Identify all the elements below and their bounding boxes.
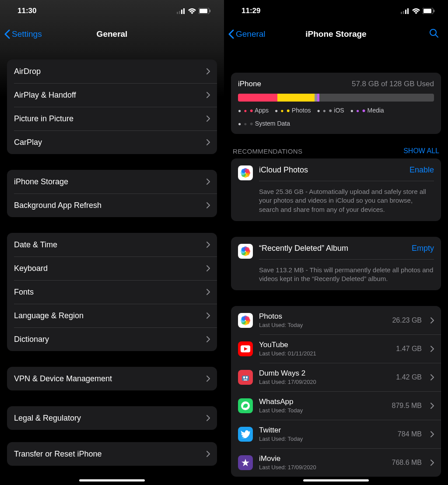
show-all-button[interactable]: SHOW ALL — [403, 147, 439, 155]
app-icon — [238, 313, 253, 328]
settings-row-language-region[interactable]: Language & Region — [7, 304, 217, 327]
settings-row-transfer-or-reset-iphone[interactable]: Transfer or Reset iPhone — [7, 442, 217, 466]
storage-content: iPhone 57.8 GB of 128 GB Used ● Apps● Ph… — [224, 46, 448, 477]
app-row-dumb-ways-2[interactable]: Dumb Ways 2 Last Used: 17/09/2020 1.42 G… — [231, 363, 441, 391]
back-label: General — [236, 29, 266, 39]
app-row-twitter[interactable]: Twitter Last Used: Today 784 MB — [231, 420, 441, 448]
recommendation-action-button[interactable]: Enable — [410, 165, 434, 175]
home-indicator[interactable] — [79, 479, 145, 481]
app-name: Twitter — [259, 426, 392, 435]
recommendation-description: Save 25.36 GB - Automatically upload and… — [259, 181, 434, 214]
svg-rect-0 — [177, 12, 178, 14]
app-size: 1.42 GB — [396, 373, 422, 381]
app-size: 26.23 GB — [392, 316, 422, 324]
recommendation-card[interactable]: “Recently Deleted” Album Empty Save 113.… — [231, 237, 441, 291]
app-row-photos[interactable]: Photos Last Used: Today 26.23 GB — [231, 306, 441, 334]
settings-row-airdrop[interactable]: AirDrop — [7, 60, 217, 83]
recommendation-action-button[interactable]: Empty — [412, 244, 434, 253]
recommendation-card[interactable]: iCloud Photos Enable Save 25.36 GB - Aut… — [231, 158, 441, 221]
app-last-used: Last Used: 17/09/2020 — [259, 379, 390, 385]
recommendation-title: “Recently Deleted” Album — [259, 244, 348, 253]
wifi-icon — [188, 8, 196, 14]
row-label: AirPlay & Handoff — [14, 91, 206, 100]
svg-rect-9 — [405, 10, 406, 14]
settings-row-vpn-device-management[interactable]: VPN & Device Management — [7, 367, 217, 390]
settings-row-dictionary[interactable]: Dictionary — [7, 327, 217, 351]
svg-point-31 — [245, 247, 249, 252]
chevron-right-icon — [430, 431, 434, 437]
iphone-storage-screen: 11:29 General iPhone Storage iPhone 57.8… — [224, 0, 448, 485]
svg-rect-46 — [244, 380, 247, 380]
chevron-right-icon — [430, 374, 434, 380]
row-label: Dictionary — [14, 335, 206, 344]
app-size: 1.47 GB — [396, 345, 422, 353]
storage-legend: ● Apps● Photos● iOS● Media● System Data — [238, 107, 434, 127]
recommendations-header: RECOMMENDATIONS SHOW ALL — [231, 147, 441, 158]
chevron-right-icon — [206, 265, 210, 271]
svg-rect-12 — [424, 9, 431, 13]
app-size: 879.5 MB — [392, 402, 422, 410]
battery-icon — [423, 8, 435, 14]
svg-rect-8 — [403, 11, 404, 14]
settings-row-iphone-storage[interactable]: iPhone Storage — [7, 170, 217, 193]
app-size: 784 MB — [398, 430, 422, 438]
back-label: Settings — [12, 29, 42, 39]
chevron-right-icon — [430, 403, 434, 409]
settings-row-legal-regulatory[interactable]: Legal & Regulatory — [7, 406, 217, 430]
app-last-used: Last Used: Today — [259, 436, 392, 442]
chevron-right-icon — [206, 289, 210, 295]
chevron-right-icon — [206, 415, 210, 421]
app-size: 768.6 MB — [392, 459, 422, 467]
row-label: VPN & Device Management — [14, 374, 206, 383]
legend-apps: ● Apps — [238, 107, 269, 114]
svg-point-23 — [245, 169, 249, 173]
row-label: Background App Refresh — [14, 201, 206, 210]
svg-point-39 — [245, 316, 249, 321]
app-icon — [238, 427, 253, 442]
settings-row-keyboard[interactable]: Keyboard — [7, 257, 217, 280]
storage-used-text: 57.8 GB of 128 GB Used — [352, 80, 434, 88]
chevron-right-icon — [206, 68, 210, 74]
chevron-left-icon — [228, 29, 234, 39]
storage-summary-card: iPhone 57.8 GB of 128 GB Used ● Apps● Ph… — [231, 73, 441, 134]
settings-row-carplay[interactable]: CarPlay — [7, 130, 217, 154]
svg-rect-10 — [407, 8, 409, 14]
search-button[interactable] — [429, 28, 439, 40]
legend-system-data: ● System Data — [238, 120, 290, 127]
settings-group: Date & TimeKeyboardFontsLanguage & Regio… — [7, 233, 217, 351]
back-button[interactable]: Settings — [4, 29, 42, 39]
settings-row-background-app-refresh[interactable]: Background App Refresh — [7, 193, 217, 217]
row-label: Transfer or Reset iPhone — [14, 450, 206, 459]
svg-rect-13 — [434, 10, 434, 12]
cellular-icon — [401, 8, 410, 14]
device-name: iPhone — [238, 80, 261, 88]
app-row-youtube[interactable]: YouTube Last Used: 01/11/2021 1.47 GB — [231, 334, 441, 363]
settings-row-date-time[interactable]: Date & Time — [7, 233, 217, 257]
row-label: iPhone Storage — [14, 177, 206, 186]
svg-rect-1 — [179, 11, 180, 14]
settings-row-fonts[interactable]: Fonts — [7, 280, 217, 304]
app-last-used: Last Used: 01/11/2021 — [259, 350, 390, 357]
svg-rect-3 — [183, 8, 185, 14]
chevron-right-icon — [206, 116, 210, 122]
settings-row-airplay-handoff[interactable]: AirPlay & Handoff — [7, 83, 217, 107]
status-icons — [401, 8, 435, 14]
svg-line-15 — [435, 35, 438, 37]
chevron-right-icon — [430, 460, 434, 466]
app-name: Dumb Ways 2 — [259, 369, 390, 378]
settings-group: Transfer or Reset iPhone — [7, 442, 217, 466]
chevron-right-icon — [206, 92, 210, 98]
app-icon — [238, 398, 253, 413]
app-last-used: Last Used: Today — [259, 407, 386, 414]
home-indicator[interactable] — [303, 479, 369, 481]
app-row-imovie[interactable]: ★ iMovie Last Used: 17/09/2020 768.6 MB — [231, 448, 441, 477]
legend-photos: ● Photos — [275, 107, 311, 114]
settings-group: iPhone StorageBackground App Refresh — [7, 170, 217, 217]
app-row-whatsapp[interactable]: WhatsApp Last Used: Today 879.5 MB — [231, 391, 441, 420]
back-button[interactable]: General — [228, 29, 266, 39]
app-last-used: Last Used: 17/09/2020 — [259, 464, 386, 471]
settings-row-picture-in-picture[interactable]: Picture in Picture — [7, 107, 217, 130]
legend-ios: ● iOS — [317, 107, 344, 114]
status-time: 11:30 — [18, 7, 36, 15]
row-label: Picture in Picture — [14, 114, 206, 123]
